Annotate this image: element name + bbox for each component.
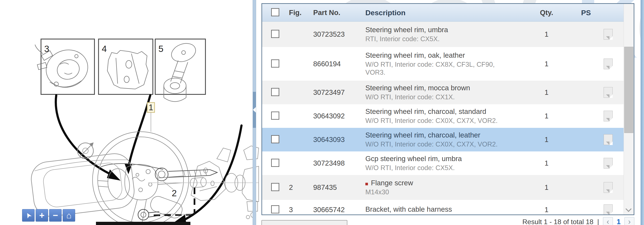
- pagination-separator: |: [597, 218, 599, 225]
- row-part-no[interactable]: 8660194: [312, 60, 358, 68]
- bolt-drawing: [164, 40, 198, 102]
- result-summary: Result 1 - 18 of total 18: [522, 218, 593, 225]
- red-bullet-icon: [365, 183, 368, 185]
- panel-splitter[interactable]: [253, 0, 256, 225]
- table-scrollbar[interactable]: [624, 4, 634, 215]
- row-qty: 1: [530, 30, 563, 38]
- select-all-checkbox[interactable]: [271, 8, 279, 16]
- row-part-no[interactable]: 30723497: [312, 88, 358, 97]
- table-header-row: Fig. Part No. Description Qty. PS: [262, 4, 624, 22]
- table-row[interactable]: 8660194 Steering wheel rim, oak, leather…: [262, 47, 624, 81]
- steering-wheel-drawing: [92, 132, 189, 225]
- ps-note-icon[interactable]: [604, 205, 613, 215]
- row-qty: 1: [530, 159, 563, 167]
- parts-table: Fig. Part No. Description Qty. PS 307235…: [262, 3, 634, 215]
- row-part-no[interactable]: 30643092: [312, 112, 358, 120]
- table-body: 30723523 Steering wheel rim, umbra RTI, …: [262, 22, 634, 215]
- row-checkbox[interactable]: [271, 159, 279, 167]
- col-header-part-no[interactable]: Part No.: [312, 8, 358, 17]
- bracket-drawing: [107, 50, 148, 89]
- table-row[interactable]: 2 987435 Flange screw M14x30 1: [262, 175, 624, 200]
- table-row[interactable]: 30643093 Steering wheel rim, charcoal, l…: [262, 128, 624, 151]
- leader-arrows: [56, 95, 242, 221]
- table-row[interactable]: 3 30665742 Bracket, with cable harness 1: [262, 200, 624, 215]
- ps-note-icon[interactable]: [604, 158, 613, 169]
- pagination: Result 1 - 18 of total 18 | ‹ 1 ›: [262, 217, 634, 225]
- zoom-out-icon: −: [53, 210, 58, 221]
- row-part-no[interactable]: 30723523: [312, 30, 358, 38]
- row-qty: 1: [530, 206, 563, 214]
- exploded-view-diagram: 3 4 5: [0, 0, 260, 225]
- row-checkbox[interactable]: [271, 59, 279, 68]
- row-checkbox[interactable]: [271, 112, 279, 120]
- row-checkbox[interactable]: [271, 183, 279, 191]
- splitter-collapse-handle[interactable]: [253, 92, 256, 128]
- callout-box-label-4[interactable]: 4: [102, 44, 107, 54]
- dashed-fastener-path: [138, 188, 194, 220]
- row-qty: 1: [530, 183, 563, 192]
- row-fig: 3: [287, 206, 312, 214]
- row-checkbox[interactable]: [271, 205, 279, 214]
- callout-label-1[interactable]: 1: [148, 103, 153, 112]
- bottom-bar: [96, 222, 190, 225]
- col-header-qty[interactable]: Qty.: [530, 8, 563, 17]
- row-description: Steering wheel rim, charcoal, leather W/…: [358, 131, 530, 148]
- callout-box-frames: [41, 39, 206, 94]
- row-description: Gcp steering wheel rim, umbra W/O RTI, I…: [358, 155, 530, 172]
- table-row[interactable]: 30723498 Gcp steering wheel rim, umbra W…: [262, 151, 624, 175]
- select-cursor-button[interactable]: ➤: [22, 209, 34, 222]
- row-checkbox[interactable]: [271, 30, 279, 38]
- row-part-no[interactable]: 30665742: [312, 206, 358, 214]
- callout-label-2[interactable]: 2: [172, 188, 177, 198]
- row-checkbox[interactable]: [271, 135, 279, 143]
- ps-note-icon[interactable]: [604, 111, 613, 121]
- table-row[interactable]: 30643092 Steering wheel rim, charcoal, s…: [262, 104, 624, 128]
- col-header-description[interactable]: Description: [358, 8, 530, 17]
- ps-note-icon[interactable]: [604, 134, 613, 145]
- current-page[interactable]: 1: [617, 218, 620, 225]
- callout-1[interactable]: 1: [147, 103, 154, 132]
- prev-page-button[interactable]: ‹: [603, 217, 613, 225]
- callout-box-label-5[interactable]: 5: [158, 44, 163, 54]
- home-view-button[interactable]: ⌂: [63, 209, 75, 222]
- row-qty: 1: [530, 112, 563, 120]
- row-description: Steering wheel rim, umbra RTI, Interior …: [358, 26, 530, 43]
- zoom-in-button[interactable]: +: [36, 209, 48, 222]
- scrollbar-thumb[interactable]: [624, 47, 633, 133]
- screw-2-drawing: [155, 168, 217, 190]
- row-qty: 1: [530, 60, 563, 68]
- select-cursor-icon: ➤: [24, 211, 33, 220]
- row-part-no[interactable]: 987435: [312, 183, 358, 192]
- next-page-button[interactable]: ›: [624, 217, 634, 225]
- ps-note-icon[interactable]: [604, 58, 613, 69]
- parts-diagram-pane: 3 4 5: [0, 0, 260, 225]
- table-row[interactable]: 30723497 Steering wheel rim, mocca brown…: [262, 81, 624, 104]
- zoom-out-button[interactable]: −: [49, 209, 62, 222]
- clock-spring-drawing: [35, 45, 93, 93]
- col-header-ps[interactable]: PS: [563, 8, 624, 17]
- row-part-no[interactable]: 30643093: [312, 136, 358, 144]
- diagram-toolbar: ➤+−⌂: [22, 209, 75, 222]
- row-fig: 2: [287, 183, 312, 192]
- row-description: Steering wheel rim, oak, leather W/O RTI…: [358, 51, 530, 76]
- row-checkbox[interactable]: [271, 88, 279, 96]
- zoom-in-icon: +: [39, 210, 45, 221]
- row-description: Flange screw M14x30: [358, 179, 530, 196]
- ps-note-icon[interactable]: [604, 182, 613, 193]
- collapse-left-icon: [253, 107, 256, 113]
- row-qty: 1: [530, 136, 563, 144]
- window-edge-scroll-area[interactable]: [640, 0, 644, 225]
- row-description: Steering wheel rim, charcoal, standard W…: [358, 107, 530, 125]
- scroll-down-icon[interactable]: [626, 206, 632, 212]
- home-view-icon: ⌂: [66, 211, 72, 220]
- row-part-no[interactable]: 30723498: [312, 159, 358, 167]
- col-header-fig[interactable]: Fig.: [287, 8, 312, 17]
- ps-note-icon[interactable]: [604, 29, 613, 40]
- row-qty: 1: [530, 88, 563, 97]
- row-description: Steering wheel rim, mocca brown W/O RTI,…: [358, 84, 530, 101]
- row-description: Bracket, with cable harness: [358, 205, 530, 215]
- ps-note-icon[interactable]: [604, 87, 613, 98]
- table-row[interactable]: 30723523 Steering wheel rim, umbra RTI, …: [262, 22, 624, 47]
